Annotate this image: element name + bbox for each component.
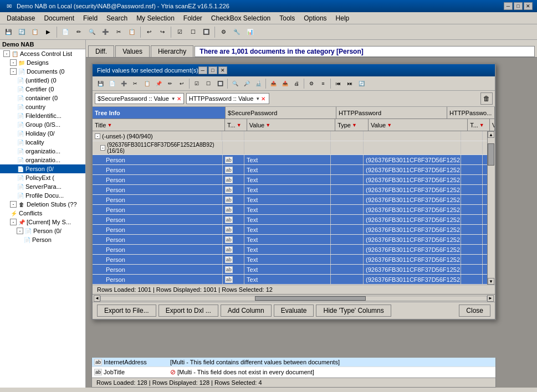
tree-item-deletion-stubs[interactable]: - 🗑 Deletion Stubs (?? xyxy=(0,200,85,209)
field2-arrow-icon[interactable]: ▼ xyxy=(255,96,260,101)
mtb-refresh[interactable]: 🔄 xyxy=(356,78,367,89)
expander-deletion[interactable]: - xyxy=(10,201,17,208)
tb-btn-12[interactable]: ↪ xyxy=(156,26,168,38)
expander-documents[interactable]: - xyxy=(10,68,17,75)
tb-btn-6[interactable]: ✏ xyxy=(73,26,85,38)
export-file-btn[interactable]: Export to File... xyxy=(97,305,156,317)
field1-clear-icon[interactable]: ✕ xyxy=(177,96,181,102)
menu-options[interactable]: Options xyxy=(299,12,331,24)
delete-field-btn[interactable]: 🗑 xyxy=(480,92,493,105)
evaluate-btn[interactable]: Evaluate xyxy=(274,305,314,317)
modal-close-btn[interactable]: ✕ xyxy=(218,66,227,74)
tree-item-policyext[interactable]: 📄 PolicyExt ( xyxy=(0,173,85,182)
tree-item-access-control[interactable]: - 📋 Access Control List xyxy=(0,49,85,58)
tree-item-holiday[interactable]: 📄 Holiday (0/ xyxy=(0,129,85,138)
tb-btn-17[interactable]: 🔧 xyxy=(231,26,243,38)
mtb-check[interactable]: ☑ xyxy=(191,78,202,89)
tab-diff[interactable]: Diff. xyxy=(88,45,114,57)
modal-maximize-btn[interactable]: □ xyxy=(208,66,217,74)
mtb-save[interactable]: 💾 xyxy=(95,78,106,89)
tb-btn-2[interactable]: 🔄 xyxy=(16,26,28,38)
tb-btn-5[interactable]: 📄 xyxy=(59,26,71,38)
tree-item-conflicts[interactable]: ⚡ Conflicts xyxy=(0,209,85,218)
table-row[interactable]: Person ab Text (926376FB3011CF8F37D56F12… xyxy=(93,205,487,215)
tree-item-group[interactable]: 📄 Group (0/S... xyxy=(0,120,85,129)
mtb-new[interactable]: 📄 xyxy=(106,78,117,89)
tree-item-untitled[interactable]: 📄 (untitled) (0 xyxy=(0,76,85,85)
mtb-search[interactable]: 🔎 xyxy=(241,78,252,89)
mtb-layout[interactable]: ≡ xyxy=(318,78,329,89)
tb-btn-16[interactable]: ⚙ xyxy=(217,26,229,38)
group-unset-expander[interactable]: - xyxy=(95,133,100,139)
tree-item-documents[interactable]: - 📄 Documents (0 xyxy=(0,67,85,76)
v2-filter-icon[interactable]: ▼ xyxy=(387,122,392,128)
tb-btn-11[interactable]: ↩ xyxy=(143,26,155,38)
tree-item-locality[interactable]: 📄 locality xyxy=(0,138,85,147)
modal-minimize-btn[interactable]: ─ xyxy=(198,66,207,74)
scroll-right-btn[interactable]: ► xyxy=(487,295,494,302)
menu-myselection[interactable]: My Selection xyxy=(132,12,179,24)
table-row[interactable]: Person ab Text (926376FB3011CF8F37D56F12… xyxy=(93,255,487,265)
mtb-zoom[interactable]: 🔬 xyxy=(253,78,264,89)
mtb-undo[interactable]: ↩ xyxy=(176,78,187,89)
tb-btn-10[interactable]: 📋 xyxy=(126,26,138,38)
mtb-add[interactable]: ➕ xyxy=(118,78,129,89)
tb-btn-9[interactable]: ✂ xyxy=(112,26,125,38)
scroll-track[interactable] xyxy=(488,138,495,278)
menu-help[interactable]: Help xyxy=(331,12,354,24)
add-column-btn[interactable]: Add Column xyxy=(221,305,272,317)
tree-item-person[interactable]: 📄 Person (0/ xyxy=(0,164,85,173)
type-filter-icon[interactable]: ▼ xyxy=(352,122,357,128)
group-row-hash[interactable]: - (926376FB3011CF8F37D56F12521A8B92) (16… xyxy=(93,141,487,155)
tree-item-mysel-person[interactable]: - 📄 Person (0/ xyxy=(0,226,85,235)
tb-btn-8[interactable]: ➕ xyxy=(99,26,111,38)
menu-field[interactable]: Field xyxy=(79,12,102,24)
mtb-export[interactable]: 📤 xyxy=(268,78,279,89)
mtb-import[interactable]: 📥 xyxy=(279,78,290,89)
scroll-left-btn[interactable]: ◄ xyxy=(94,295,100,302)
mtb-uncheck[interactable]: ☐ xyxy=(203,78,214,89)
tree-item-org2[interactable]: 📄 organizatio... xyxy=(0,156,85,164)
field2-selector[interactable]: HTTPPassword :: Value ▼ ✕ xyxy=(186,93,269,104)
field1-selector[interactable]: $SecurePassword :: Value ▼ ✕ xyxy=(95,93,184,104)
field1-arrow-icon[interactable]: ▼ xyxy=(171,96,176,101)
mtb-copy[interactable]: 📋 xyxy=(141,78,152,89)
t2-filter-icon[interactable]: ▼ xyxy=(479,122,484,128)
tree-item-serverparam[interactable]: 📄 ServerPara... xyxy=(0,182,85,191)
minimize-btn[interactable]: ─ xyxy=(504,2,513,10)
mtb-check2[interactable]: 🔲 xyxy=(214,78,226,89)
mtb-cols[interactable]: ⚙ xyxy=(306,78,317,89)
t1-filter-icon[interactable]: ▼ xyxy=(237,122,242,128)
tree-item-org1[interactable]: 📄 organizatio... xyxy=(0,147,85,156)
tb-btn-15[interactable]: 🔲 xyxy=(200,26,212,38)
menu-folder[interactable]: Folder xyxy=(179,12,207,24)
v1-filter-icon[interactable]: ▼ xyxy=(265,122,270,128)
maximize-btn[interactable]: □ xyxy=(514,2,523,10)
table-row[interactable]: Person ab Text (926376FB3011CF8F37D56F12… xyxy=(93,165,487,175)
group-hash-expander[interactable]: - xyxy=(100,145,105,151)
close-app-btn[interactable]: ✕ xyxy=(524,2,533,10)
field2-clear-icon[interactable]: ✕ xyxy=(261,96,265,102)
export-dxl-btn[interactable]: Export to Dxl ... xyxy=(158,305,218,317)
table-row[interactable]: Person ab Text (926376FB3011CF8F37D56F12… xyxy=(93,225,487,235)
below-row-jobtitle[interactable]: ab JobTitle ⊘ [Multi - This field does n… xyxy=(92,367,495,378)
expander-access[interactable]: - xyxy=(3,50,10,57)
group-row-unset[interactable]: - (-unset-) (940/940) xyxy=(93,131,487,141)
below-row-internetaddress[interactable]: ab InternetAddress [Multi - This field c… xyxy=(92,358,495,367)
tb-btn-4[interactable]: ▶ xyxy=(42,26,54,38)
scroll-down-btn[interactable]: ▼ xyxy=(488,278,494,285)
hscroll-thumb[interactable] xyxy=(255,296,366,301)
mtb-del[interactable]: ✂ xyxy=(130,78,141,89)
mtb-edit[interactable]: ✏ xyxy=(165,78,176,89)
menu-checkbox[interactable]: CheckBox Selection xyxy=(207,12,275,24)
menu-tools[interactable]: Tools xyxy=(275,12,299,24)
tb-btn-13[interactable]: ☑ xyxy=(173,26,186,38)
tb-btn-7[interactable]: 🔍 xyxy=(86,26,98,38)
tree-item-mysel-person2[interactable]: 📄 Person xyxy=(0,235,85,244)
tb-btn-14[interactable]: ☐ xyxy=(187,26,199,38)
mtb-nav1[interactable]: ⏮ xyxy=(333,78,344,89)
tb-btn-1[interactable]: 💾 xyxy=(2,26,14,38)
mtb-nav2[interactable]: ⏭ xyxy=(344,78,355,89)
table-row[interactable]: Person ab Text (926376FB3011CF8F37D56F12… xyxy=(93,215,487,225)
mtb-paste[interactable]: 📌 xyxy=(153,78,164,89)
